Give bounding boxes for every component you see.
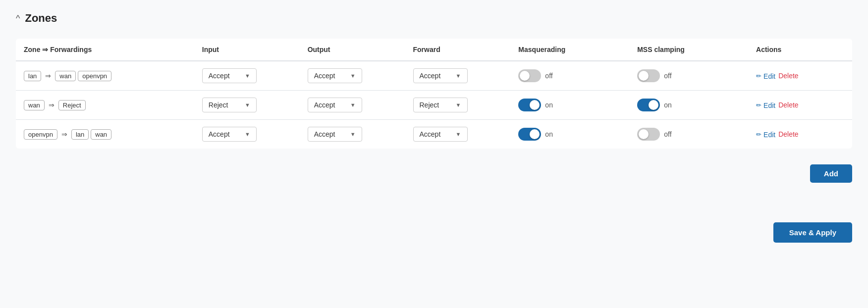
edit-button[interactable]: ✏Edit xyxy=(756,102,775,109)
zone-target-tag: wan xyxy=(55,71,76,81)
zone-target-tag: lan xyxy=(71,129,89,140)
output-select[interactable]: Accept▼ xyxy=(308,127,362,142)
zone-arrow: ⇒ xyxy=(61,130,67,138)
mss-cell-2: off xyxy=(629,120,748,149)
mss-label: off xyxy=(664,72,671,80)
input-select[interactable]: Reject▼ xyxy=(202,98,257,112)
col-header-zone: Zone ⇒ Forwardings xyxy=(16,39,194,61)
table-row: wan⇒RejectReject▼Accept▼Reject▼onon✏Edit… xyxy=(16,91,852,120)
forward-select[interactable]: Accept▼ xyxy=(413,127,468,142)
mss-toggle[interactable] xyxy=(637,99,660,111)
mss-label: off xyxy=(664,130,671,138)
edit-button[interactable]: ✏Edit xyxy=(756,72,775,80)
mss-cell-0: off xyxy=(629,61,748,91)
masq-cell-2: on xyxy=(510,120,629,149)
col-header-mss: MSS clamping xyxy=(629,39,748,61)
masq-cell-1: on xyxy=(510,91,629,120)
input-cell-2[interactable]: Accept▼ xyxy=(194,120,300,149)
mss-cell-1: on xyxy=(629,91,748,120)
collapse-icon[interactable]: ^ xyxy=(16,13,20,24)
mss-toggle[interactable] xyxy=(637,128,660,141)
masquerading-toggle[interactable] xyxy=(518,69,541,82)
output-select[interactable]: Accept▼ xyxy=(308,98,362,112)
zone-target-tag: wan xyxy=(91,129,111,140)
output-cell-2[interactable]: Accept▼ xyxy=(300,120,405,149)
delete-button[interactable]: Delete xyxy=(778,101,798,109)
col-header-forward: Forward xyxy=(405,39,511,61)
actions-cell-2: ✏EditDelete xyxy=(748,120,852,149)
zone-target-tag: Reject xyxy=(58,100,86,110)
page-title: Zones xyxy=(25,12,57,25)
zone-cell-2: openvpn⇒lanwan xyxy=(16,120,194,149)
save-apply-button[interactable]: Save & Apply xyxy=(773,222,852,243)
edit-button[interactable]: ✏Edit xyxy=(756,131,775,139)
masq-label: on xyxy=(545,101,553,109)
forward-cell-1[interactable]: Reject▼ xyxy=(405,91,511,120)
input-cell-1[interactable]: Reject▼ xyxy=(194,91,300,120)
forward-select[interactable]: Accept▼ xyxy=(413,68,468,83)
input-select[interactable]: Accept▼ xyxy=(202,127,257,142)
zone-source-tag: openvpn xyxy=(24,129,57,140)
zone-cell-0: lan⇒wanopenvpn xyxy=(16,61,194,91)
input-select[interactable]: Accept▼ xyxy=(202,68,257,83)
output-cell-0[interactable]: Accept▼ xyxy=(300,61,405,91)
masq-label: on xyxy=(545,130,553,138)
masquerading-toggle[interactable] xyxy=(518,128,541,141)
zone-arrow: ⇒ xyxy=(45,72,51,80)
pencil-icon: ✏ xyxy=(756,72,761,80)
delete-button[interactable]: Delete xyxy=(778,130,798,138)
col-header-input: Input xyxy=(194,39,300,61)
output-select[interactable]: Accept▼ xyxy=(308,68,362,83)
pencil-icon: ✏ xyxy=(756,102,761,109)
zone-arrow: ⇒ xyxy=(49,101,54,109)
forward-cell-0[interactable]: Accept▼ xyxy=(405,61,511,91)
input-cell-0[interactable]: Accept▼ xyxy=(194,61,300,91)
actions-cell-0: ✏EditDelete xyxy=(748,61,852,91)
forward-cell-2[interactable]: Accept▼ xyxy=(405,120,511,149)
mss-label: on xyxy=(664,101,672,109)
mss-toggle[interactable] xyxy=(637,69,660,82)
masq-label: off xyxy=(545,72,552,80)
pencil-icon: ✏ xyxy=(756,131,761,138)
delete-button[interactable]: Delete xyxy=(778,72,798,80)
masq-cell-0: off xyxy=(510,61,629,91)
add-button[interactable]: Add xyxy=(810,164,852,183)
forward-select[interactable]: Reject▼ xyxy=(413,98,468,112)
col-header-masq: Masquerading xyxy=(510,39,629,61)
zone-target-tag: openvpn xyxy=(78,71,111,81)
actions-cell-1: ✏EditDelete xyxy=(748,91,852,120)
zone-source-tag: lan xyxy=(24,71,41,81)
table-row: lan⇒wanopenvpnAccept▼Accept▼Accept▼offof… xyxy=(16,61,852,91)
table-row: openvpn⇒lanwanAccept▼Accept▼Accept▼onoff… xyxy=(16,120,852,149)
output-cell-1[interactable]: Accept▼ xyxy=(300,91,405,120)
col-header-output: Output xyxy=(300,39,405,61)
zone-source-tag: wan xyxy=(24,100,45,110)
masquerading-toggle[interactable] xyxy=(518,99,541,111)
zone-cell-1: wan⇒Reject xyxy=(16,91,194,120)
zones-table: Zone ⇒ Forwardings Input Output Forward … xyxy=(16,39,852,149)
col-header-actions: Actions xyxy=(748,39,852,61)
